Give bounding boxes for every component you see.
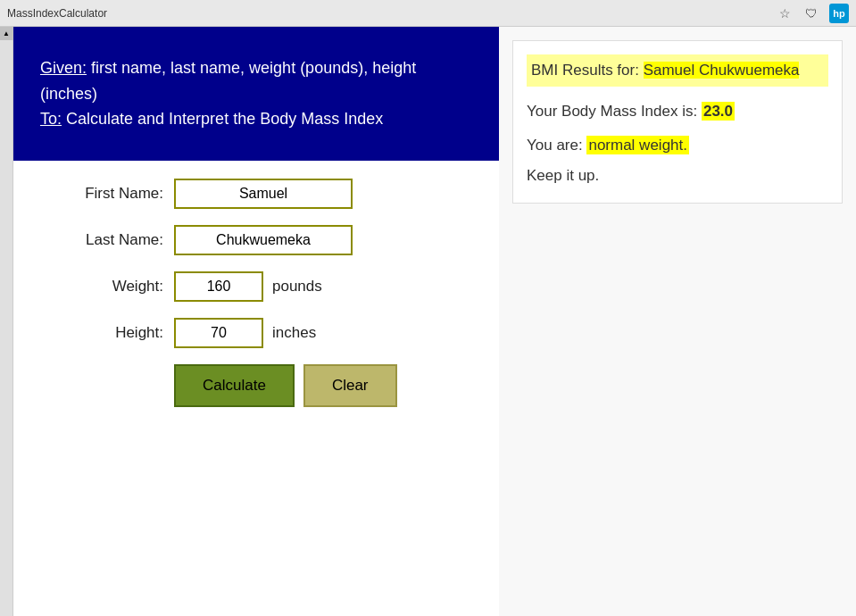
given-line: Given: first name, last name, weight (po… [40, 55, 472, 107]
last-name-row: Last Name: [58, 225, 454, 255]
bmi-person-name: Samuel Chukwuemeka [644, 62, 800, 79]
description-panel: Given: first name, last name, weight (po… [13, 27, 499, 161]
form-area: First Name: Last Name: Weight: pounds He… [13, 161, 499, 616]
given-label: Given: [40, 59, 87, 77]
bmi-message: Keep it up. [527, 167, 828, 185]
weight-unit: pounds [272, 278, 322, 296]
first-name-row: First Name: [58, 179, 454, 209]
title-bar-left: MassIndexCalculator [7, 7, 107, 20]
bmi-results-box: BMI Results for: Samuel Chukwuemeka Your… [512, 40, 843, 204]
first-name-input[interactable] [174, 179, 353, 209]
first-name-label: First Name: [58, 185, 174, 203]
bmi-prefix: Your Body Mass Index is: [527, 103, 702, 120]
weight-input[interactable] [174, 271, 263, 302]
app-title: MassIndexCalculator [7, 7, 107, 20]
shield-icon[interactable]: 🛡 [802, 4, 820, 22]
to-label: To: [40, 110, 62, 128]
clear-button[interactable]: Clear [303, 364, 397, 407]
bmi-value: 23.0 [702, 102, 735, 121]
to-line: To: Calculate and Interpret the Body Mas… [40, 106, 472, 132]
left-scrollbar: ▲ [0, 27, 13, 616]
right-panel: BMI Results for: Samuel Chukwuemeka Your… [499, 27, 856, 616]
bmi-status-value: normal weight. [586, 136, 689, 154]
last-name-input[interactable] [174, 225, 353, 255]
button-row: Calculate Clear [58, 364, 454, 407]
bmi-header-prefix: BMI Results for: [531, 62, 644, 79]
last-name-label: Last Name: [58, 231, 174, 249]
star-icon[interactable]: ☆ [776, 4, 794, 22]
title-bar: MassIndexCalculator ☆ 🛡 hp [0, 0, 856, 27]
height-input[interactable] [174, 318, 263, 348]
bmi-value-line: Your Body Mass Index is: 23.0 [527, 100, 828, 123]
height-label: Height: [58, 324, 174, 342]
main-content: ▲ Given: first name, last name, weight (… [0, 27, 856, 616]
weight-label: Weight: [58, 278, 174, 296]
bmi-status-prefix: You are: [527, 137, 586, 154]
bmi-status-line: You are: normal weight. [527, 134, 828, 157]
height-unit: inches [272, 324, 316, 342]
hp-icon[interactable]: hp [829, 4, 849, 23]
calculate-button[interactable]: Calculate [174, 364, 295, 407]
app-content: Given: first name, last name, weight (po… [13, 27, 499, 616]
scroll-up-arrow[interactable]: ▲ [0, 27, 13, 40]
to-text: Calculate and Interpret the Body Mass In… [62, 110, 383, 128]
bmi-header: BMI Results for: Samuel Chukwuemeka [527, 54, 828, 87]
given-text: first name, last name, weight (pounds), … [40, 59, 416, 103]
height-row: Height: inches [58, 318, 454, 348]
title-bar-icons: ☆ 🛡 hp [776, 4, 849, 23]
weight-row: Weight: pounds [58, 271, 454, 302]
